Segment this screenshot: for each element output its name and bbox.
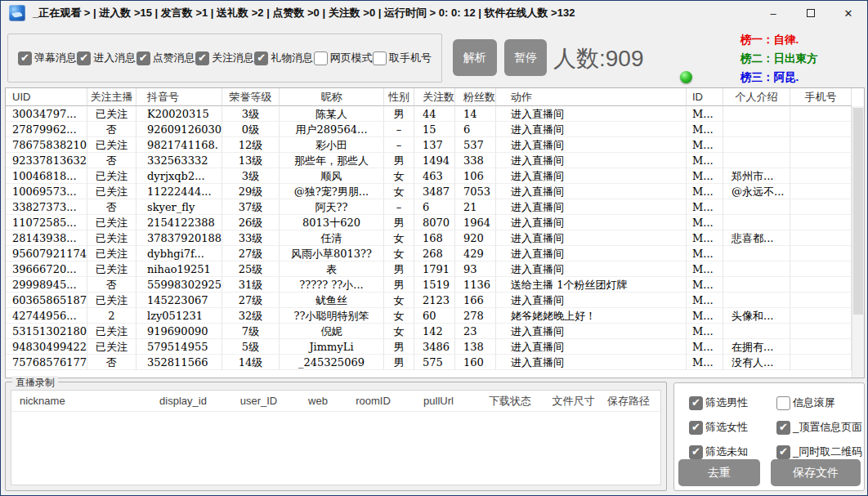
filter-checkbox-right-1[interactable]: _顶置信息页面: [776, 420, 862, 435]
table-row[interactable]: 42744956...2lzy05123132级??小聪明特别笨女60278姥爷…: [6, 308, 864, 324]
cell-douyin_id: 55998302925: [136, 277, 222, 293]
filter-checkbox-right-2[interactable]: _同时取二维码: [776, 445, 862, 459]
header-cell-douyin_id[interactable]: 抖音号: [136, 88, 222, 106]
table-row[interactable]: 95607921174已关注dybhgi7f...27级风雨小草8013??女2…: [6, 246, 864, 261]
cell-honor_level: 5级: [222, 339, 280, 355]
dedupe-button[interactable]: 去重: [678, 459, 760, 486]
cell-action: 进入直播间: [496, 339, 687, 355]
cell-uid: 30034797...: [6, 106, 87, 122]
table-scrollbar[interactable]: [852, 106, 864, 378]
message-filter-checkbox-4[interactable]: 礼物消息: [254, 51, 313, 65]
checkbox-checked-icon[interactable]: [136, 51, 150, 65]
table-row[interactable]: 11072585...已关注215412238826级8013十620男8070…: [6, 215, 864, 230]
scrollbar-thumb[interactable]: [853, 108, 863, 315]
table-row[interactable]: 53151302180已关注9196900907级倪妮女14223进入直播间M.…: [6, 324, 864, 339]
cell-action: 进入直播间: [496, 168, 687, 184]
table-row[interactable]: 92337813632否33256333213级那些年，那些人男1494338进…: [6, 153, 864, 168]
checkbox-checked-icon[interactable]: [776, 421, 790, 435]
table-row[interactable]: 60365865187已关注14522306727级鱿鱼丝女2123166进入直…: [6, 293, 864, 308]
table-row[interactable]: 10069573...已关注11222444...29级@独?宠?男朋...女3…: [6, 184, 864, 199]
header-cell-uid[interactable]: UID: [6, 88, 87, 106]
checkbox-checked-icon[interactable]: [776, 445, 790, 459]
header-cell-following[interactable]: 关注数: [414, 88, 455, 106]
table-row[interactable]: 39666720...已关注nihao1925125级表男179193进入直播间…: [6, 261, 864, 277]
filter-checkbox-left-1[interactable]: 筛选女性: [689, 420, 748, 435]
filter-checkbox-left-0[interactable]: 筛选男性: [689, 395, 748, 410]
cell-intro: 郑州市...: [723, 168, 790, 184]
checkbox-checked-icon[interactable]: [689, 396, 703, 410]
cell-douyin_id: K20020315: [136, 106, 222, 122]
checkbox-unchecked-icon[interactable]: [314, 51, 328, 65]
header-cell-fans[interactable]: 粉丝数: [455, 88, 496, 106]
recording-header-cell-3: web: [293, 395, 342, 407]
filter-checkbox-left-2[interactable]: 筛选未知: [689, 445, 748, 459]
checkbox-unchecked-icon[interactable]: [373, 51, 387, 65]
header-cell-phone[interactable]: 手机号: [790, 88, 852, 106]
message-filter-checkbox-3[interactable]: 关注消息: [195, 51, 254, 65]
cell-followed: 否: [87, 199, 136, 215]
header-cell-followed[interactable]: 关注主播: [87, 88, 136, 106]
cell-followed: 否: [87, 355, 136, 370]
rank-item-1: 榜一：自律.: [740, 30, 863, 49]
checkbox-checked-icon[interactable]: [689, 445, 703, 459]
pause-button[interactable]: 暂停: [504, 39, 547, 76]
cell-intro: 头像和...: [723, 308, 790, 324]
message-filter-checkbox-1[interactable]: 进入消息: [77, 51, 136, 65]
table-row[interactable]: 78675838210已关注9821741168.12级彩小田–137537进入…: [6, 137, 864, 153]
minimize-icon[interactable]: –: [754, 1, 792, 25]
message-filter-group: 弹幕消息进入消息点赞消息关注消息礼物消息网页模式取手机号: [7, 34, 442, 83]
cell-douyin_id: 92609126030: [136, 122, 222, 137]
cell-id: M...: [687, 324, 723, 339]
header-cell-id[interactable]: ID: [687, 88, 723, 106]
message-filter-checkbox-5[interactable]: 网页模式: [314, 51, 373, 65]
cell-honor_level: 37级: [222, 199, 280, 215]
table-row[interactable]: 30034797...已关注K200203153级陈某人男4414进入直播间M.…: [6, 106, 864, 122]
table-row[interactable]: 27879962...否926091260300级用户289564...–156…: [6, 122, 864, 137]
cell-fans: 6: [455, 122, 496, 137]
checkbox-checked-icon[interactable]: [689, 421, 703, 435]
cell-uid: 28143938...: [6, 230, 87, 246]
filter-checkbox-right-1-label: _顶置信息页面: [793, 420, 862, 435]
table-row[interactable]: 33827373...否skyer_fly37级阿天??–621进入直播间M..…: [6, 199, 864, 215]
header-cell-intro[interactable]: 个人介绍: [723, 88, 790, 106]
close-icon[interactable]: ✕: [830, 1, 867, 25]
header-cell-gender[interactable]: 性别: [384, 88, 414, 106]
header-cell-nickname[interactable]: 昵称: [280, 88, 384, 106]
cell-following: 1519: [414, 277, 455, 293]
checkbox-unchecked-icon[interactable]: [776, 396, 790, 410]
message-filter-checkbox-0[interactable]: 弹幕消息: [18, 51, 77, 65]
cell-fans: 14: [455, 106, 496, 122]
checkbox-checked-icon[interactable]: [195, 51, 209, 65]
table-row[interactable]: 10046818...已关注dyrjxqb2...3级顺风女463106进入直播…: [6, 168, 864, 184]
cell-intro: [723, 293, 790, 308]
message-filter-checkbox-2[interactable]: 点赞消息: [136, 51, 195, 65]
cell-honor_level: 27级: [222, 246, 280, 261]
maximize-icon[interactable]: [792, 1, 830, 25]
checkbox-checked-icon[interactable]: [254, 51, 268, 65]
cell-followed: 已关注: [87, 246, 136, 261]
table-row[interactable]: 28143938...已关注3783792018833级任清女168920进入直…: [6, 230, 864, 246]
filter-checkbox-right-0-label: 信息滚屏: [793, 395, 835, 410]
header-cell-action[interactable]: 动作: [496, 88, 687, 106]
cell-nickname: ??小聪明特别笨: [280, 308, 384, 324]
table-row[interactable]: 94830499422已关注5795149555级JimmyLi男3486138…: [6, 339, 864, 355]
cell-fans: 1964: [455, 215, 496, 230]
cell-honor_level: 3级: [222, 168, 280, 184]
checkbox-checked-icon[interactable]: [18, 51, 32, 65]
header-cell-honor_level[interactable]: 荣誉等级: [222, 88, 280, 106]
table-row[interactable]: 29998945...否5599830292531级????? ??小...男1…: [6, 277, 864, 293]
cell-id: M...: [687, 293, 723, 308]
cell-honor_level: 25级: [222, 261, 280, 277]
cell-fans: 166: [455, 293, 496, 308]
message-filter-checkbox-6[interactable]: 取手机号: [373, 51, 432, 65]
parse-button[interactable]: 解析: [453, 39, 497, 76]
filter-checkbox-right-0[interactable]: 信息滚屏: [776, 395, 835, 410]
table-row[interactable]: 75768576177否35281156614级_245325069男57516…: [6, 355, 864, 370]
cell-uid: 78675838210: [6, 137, 87, 153]
cell-followed: 已关注: [87, 137, 136, 153]
cell-followed: 已关注: [87, 230, 136, 246]
save-file-button[interactable]: 保存文件: [771, 459, 861, 486]
cell-following: 44: [414, 106, 455, 122]
checkbox-checked-icon[interactable]: [77, 51, 91, 65]
cell-following: 8070: [414, 215, 455, 230]
